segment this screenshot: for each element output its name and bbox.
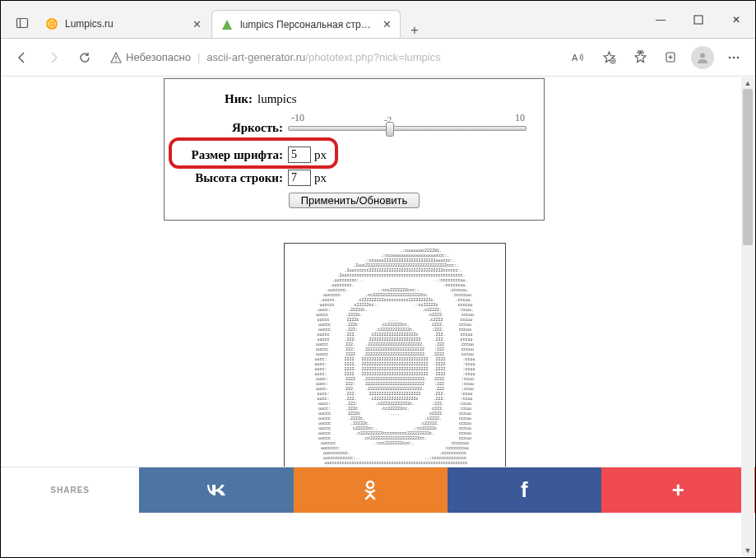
address-bar[interactable]: Небезопасно | ascii-art-generator.ru/pho…	[101, 44, 561, 72]
vertical-scrollbar[interactable]: ▲ ▼	[741, 77, 754, 556]
slider-thumb[interactable]	[386, 122, 394, 137]
share-fb-button[interactable]: f	[448, 467, 601, 513]
svg-point-18	[700, 53, 705, 58]
share-more-button[interactable]: +	[601, 467, 755, 513]
tab-ascii-gen[interactable]: lumpics Персональная странич ✕	[211, 10, 401, 38]
favorites-star-button[interactable]	[594, 43, 624, 72]
brightness-label: Яркость:	[165, 121, 288, 135]
forward-button[interactable]	[39, 43, 68, 72]
maximize-button[interactable]	[679, 1, 717, 39]
window-controls: — ✕	[642, 1, 755, 38]
close-icon[interactable]: ✕	[383, 18, 392, 30]
lineheight-label: Высота строки:	[165, 171, 288, 185]
svg-text:A: A	[572, 53, 578, 63]
tab-lumpics[interactable]: Lumpics.ru ✕	[37, 10, 210, 38]
toolbar: Небезопасно | ascii-art-generator.ru/pho…	[1, 39, 755, 77]
px-unit: px	[314, 171, 327, 185]
settings-form: Ник: lumpics Яркость: -10 -2 10 Размер ш…	[164, 78, 545, 221]
fontsize-input[interactable]	[288, 146, 311, 163]
favicon-lumpics-icon	[45, 17, 58, 30]
fontsize-row: Размер шрифта: px	[165, 146, 544, 163]
lineheight-input[interactable]	[288, 170, 311, 186]
tabstrip: Lumpics.ru ✕ lumpics Персональная страни…	[1, 1, 642, 38]
scroll-down-icon[interactable]: ▼	[741, 545, 754, 556]
share-bar: SHARES f +	[1, 467, 755, 513]
read-aloud-button[interactable]: A	[563, 43, 592, 72]
brightness-slider-wrap: -10 -2 10	[288, 126, 526, 131]
svg-rect-0	[17, 19, 28, 28]
fontsize-label: Размер шрифта:	[165, 148, 288, 162]
apply-button[interactable]: Применить/Обновить	[289, 193, 420, 208]
shares-label: SHARES	[1, 467, 139, 513]
lineheight-row: Высота строки: px	[165, 170, 544, 186]
nick-value: lumpics	[257, 92, 297, 106]
favicon-ascii-icon	[220, 18, 234, 31]
titlebar: Lumpics.ru ✕ lumpics Персональная страни…	[1, 1, 755, 39]
nick-label: Ник:	[165, 92, 257, 106]
svg-point-21	[737, 56, 740, 58]
px-unit: px	[314, 148, 327, 162]
scrollbar-thumb[interactable]	[743, 89, 753, 245]
insecure-indicator: Небезопасно	[109, 51, 191, 64]
tab-title: Lumpics.ru	[65, 18, 186, 30]
svg-rect-6	[694, 16, 703, 24]
svg-point-8	[115, 60, 117, 62]
svg-point-19	[729, 56, 731, 58]
scroll-up-icon[interactable]: ▲	[741, 77, 754, 89]
collections-button[interactable]	[656, 43, 686, 72]
tab-actions-icon[interactable]	[7, 8, 37, 38]
svg-point-22	[367, 481, 373, 488]
brightness-row: Яркость: -10 -2 10	[165, 121, 544, 135]
brightness-slider[interactable]: -2	[288, 126, 526, 131]
close-icon[interactable]: ✕	[192, 18, 202, 30]
tab-title: lumpics Персональная странич	[240, 19, 376, 30]
share-ok-button[interactable]	[294, 467, 448, 513]
slider-max: 10	[515, 112, 525, 124]
profile-button[interactable]	[688, 43, 717, 72]
back-button[interactable]	[7, 43, 37, 72]
url-text: ascii-art-generator.ru/phototext.php?nic…	[206, 51, 440, 63]
minimize-button[interactable]: —	[642, 1, 679, 39]
slider-min: -10	[291, 112, 304, 124]
svg-point-20	[733, 56, 735, 58]
menu-button[interactable]	[719, 43, 749, 72]
favorites-button[interactable]	[625, 43, 655, 72]
share-vk-button[interactable]	[139, 467, 293, 513]
ascii-art: .:cooooooc222291. .:ccoooooooooooooooooo…	[288, 249, 502, 476]
close-window-button[interactable]: ✕	[717, 1, 755, 39]
page-content: Ник: lumpics Яркость: -10 -2 10 Размер ш…	[1, 77, 755, 513]
nick-row: Ник: lumpics	[165, 92, 544, 106]
avatar-icon	[691, 46, 714, 69]
new-tab-button[interactable]: +	[402, 23, 427, 38]
refresh-button[interactable]	[70, 43, 100, 72]
